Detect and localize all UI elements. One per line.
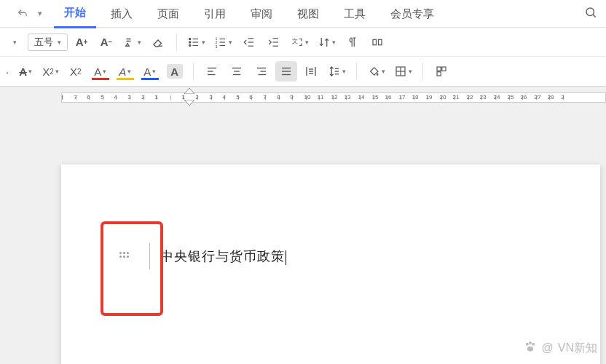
font-size-value: 五号 <box>34 36 53 49</box>
first-line-indent-marker[interactable] <box>184 88 194 94</box>
ruler-strip: 8765432112345678910111213141516171819202… <box>61 92 606 103</box>
tab-insert[interactable]: 插入 <box>101 0 143 28</box>
align-center-icon <box>230 65 243 78</box>
chevron-down-icon: ▾ <box>58 39 61 46</box>
ruler-ticks: 8765432112345678910111213141516171819202… <box>62 93 605 102</box>
svg-point-53 <box>525 343 528 346</box>
bullet-list-icon <box>187 36 200 49</box>
grow-font-button[interactable]: A+ <box>71 32 93 52</box>
undo-menu-chevron-icon[interactable]: ▾ <box>38 9 42 18</box>
svg-rect-22 <box>373 39 377 45</box>
svg-rect-23 <box>379 39 382 45</box>
decrease-indent-icon <box>243 36 256 49</box>
pilcrow-icon <box>346 36 359 49</box>
increase-indent-button[interactable] <box>263 32 285 52</box>
numbered-list-button[interactable]: 123▾ <box>211 32 235 52</box>
svg-point-56 <box>527 347 532 352</box>
subscript-button[interactable]: X2 <box>65 61 87 82</box>
superscript-button[interactable]: X2▾ <box>39 61 62 82</box>
tab-member[interactable]: 会员专享 <box>380 0 444 28</box>
annotation-highlight-box <box>101 221 163 316</box>
svg-point-5 <box>189 44 191 46</box>
text-direction-button[interactable]: 文▾ <box>288 32 312 52</box>
styles-button[interactable] <box>430 61 452 82</box>
page[interactable]: 中央银行与货币政策 <box>61 165 600 364</box>
undo-icon <box>17 8 28 20</box>
sub-base: X <box>70 66 77 78</box>
sup-exp: 2 <box>50 68 54 76</box>
align-center-button[interactable] <box>226 61 248 82</box>
search-button[interactable] <box>584 6 597 21</box>
separator <box>356 63 357 80</box>
separator <box>422 63 423 80</box>
tab-start[interactable]: 开始 <box>54 0 96 28</box>
watermark: @VN新知 <box>523 339 597 357</box>
svg-point-3 <box>189 38 191 39</box>
highlight-icon: A <box>119 66 126 78</box>
svg-line-1 <box>593 15 595 17</box>
svg-point-55 <box>532 343 535 346</box>
svg-rect-48 <box>437 67 441 71</box>
styles-icon <box>435 65 448 78</box>
separator <box>176 33 177 51</box>
hanging-indent-marker[interactable] <box>184 100 194 106</box>
sort-icon <box>318 36 331 49</box>
svg-rect-50 <box>437 72 441 76</box>
ribbon: ▾ 五号 ▾ A+ A− ▾ ▾ 123▾ 文▾ ▾ <box>0 28 606 87</box>
watermark-name: VN新知 <box>558 341 597 356</box>
font-size-dropdown[interactable]: 五号 ▾ <box>28 33 68 51</box>
bullet-list-button[interactable]: ▾ <box>184 32 208 52</box>
font-family-dropdown[interactable]: ▾ <box>3 32 25 52</box>
underline-color-button[interactable]: A▾ <box>139 61 161 82</box>
align-justify-button[interactable] <box>275 61 297 82</box>
tab-review[interactable]: 审阅 <box>240 0 283 28</box>
clear-format-button[interactable] <box>147 32 169 52</box>
svg-point-0 <box>586 8 594 16</box>
align-justify-icon <box>280 65 293 78</box>
sub-exp: 2 <box>77 68 82 76</box>
decrease-indent-button[interactable] <box>238 32 260 52</box>
line-spacing-button[interactable]: ▾ <box>325 61 349 82</box>
tab-bar: ▾ 开始 插入 页面 引用 审阅 视图 工具 会员专享 <box>0 0 606 28</box>
tab-page[interactable]: 页面 <box>147 0 189 28</box>
char-shading-icon: A <box>167 64 183 79</box>
strikethrough-button[interactable]: A▾ <box>15 61 36 82</box>
separator <box>193 63 194 80</box>
sort-button[interactable]: ▾ <box>315 32 339 52</box>
svg-point-4 <box>189 41 191 42</box>
align-left-icon <box>205 65 219 78</box>
svg-text:文: 文 <box>292 37 298 44</box>
document-body-text[interactable]: 中央银行与货币政策 <box>160 248 286 265</box>
borders-button[interactable]: ▾ <box>391 61 415 82</box>
show-marks-button[interactable] <box>342 32 363 52</box>
shading-button[interactable]: ▾ <box>364 61 388 82</box>
strike-icon: A <box>19 66 27 78</box>
ribbon-row-2: · A▾ X2▾ X2 A▾ A▾ A▾ A ▾ ▾ ▾ <box>0 57 606 86</box>
paint-bucket-icon <box>367 65 380 78</box>
increase-indent-icon <box>267 36 280 49</box>
underline-icon: A <box>143 66 151 78</box>
tab-view[interactable]: 视图 <box>287 0 329 28</box>
shrink-font-button[interactable]: A− <box>95 32 117 52</box>
font-color-button[interactable]: A▾ <box>90 61 111 82</box>
ribbon-overflow-left[interactable]: · <box>3 61 12 82</box>
highlight-button[interactable]: A▾ <box>114 61 136 82</box>
align-left-button[interactable] <box>201 61 223 82</box>
change-case-button[interactable]: ▾ <box>120 32 144 52</box>
document-area[interactable]: 中央银行与货币政策 <box>0 106 606 364</box>
distribute-button[interactable] <box>300 61 322 82</box>
undo-button[interactable] <box>12 4 34 24</box>
svg-text:3: 3 <box>216 44 218 48</box>
borders-icon <box>394 65 407 78</box>
numbered-list-icon: 123 <box>214 36 227 49</box>
tab-reference[interactable]: 引用 <box>194 0 236 28</box>
char-shading-button[interactable]: A <box>164 61 186 82</box>
snap-button[interactable] <box>366 32 388 52</box>
distribute-icon <box>304 65 318 78</box>
align-right-button[interactable] <box>251 61 272 82</box>
font-color-icon: A <box>94 66 101 78</box>
align-right-icon <box>255 65 268 78</box>
tab-tools[interactable]: 工具 <box>334 0 376 28</box>
horizontal-ruler[interactable]: 8765432112345678910111213141516171819202… <box>0 87 606 106</box>
text-direction-icon: 文 <box>291 36 304 49</box>
